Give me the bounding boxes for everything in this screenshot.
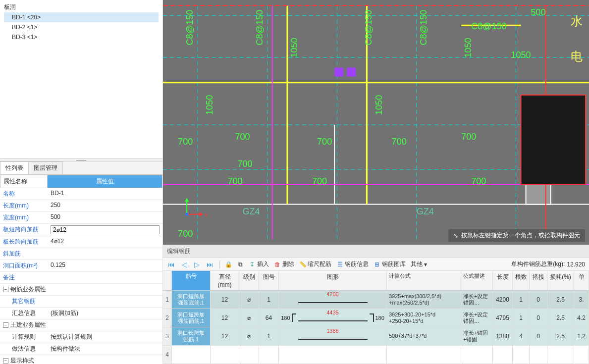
cell-loss[interactable]: 2.5 <box>547 327 574 345</box>
cell-lap[interactable]: 0 <box>530 309 547 327</box>
cell-num[interactable]: 2 <box>163 309 172 327</box>
table-row[interactable]: 1洞口短跨加 强筋底筋.112⌀142003925+max(300/2,5*d)… <box>163 291 589 309</box>
property-row[interactable]: 备注 <box>0 272 162 284</box>
prop-input[interactable] <box>51 225 160 234</box>
table-row[interactable]: 3洞口长跨加 强筋.112⌀11388500+37*d+37*d净长+锚固 +锚… <box>163 327 589 346</box>
tab-properties[interactable]: 性列表 <box>0 161 29 174</box>
cell-len[interactable]: 4200 <box>493 291 513 309</box>
cell-lap[interactable]: 0 <box>530 327 547 345</box>
cell-len[interactable]: 1388 <box>493 327 513 345</box>
nav-first-icon[interactable]: ⏮ <box>167 260 176 268</box>
prop-value[interactable] <box>48 224 162 236</box>
property-row[interactable]: 板长跨向加筋4⌀12 <box>0 236 162 248</box>
prop-value[interactable] <box>48 296 162 307</box>
cell-cnt[interactable]: 1 <box>513 291 530 309</box>
cell-formula[interactable]: 500+37*d+37*d <box>387 327 461 345</box>
property-group[interactable]: −土建业务属性 <box>0 319 162 331</box>
expand-icon[interactable]: − <box>3 322 8 328</box>
prop-header-value: 属性值 <box>48 175 162 188</box>
prop-value[interactable]: 4⌀12 <box>48 236 162 248</box>
property-row[interactable]: 其它钢筋 <box>0 296 162 308</box>
prop-value[interactable]: 250 <box>48 200 162 211</box>
svg-text:1050: 1050 <box>289 38 299 57</box>
drawing-canvas[interactable]: C8@150 C8@150 C8@150 C8@150 C8@150 1050 … <box>163 0 589 245</box>
cell-lap[interactable]: 0 <box>530 291 547 309</box>
prop-value[interactable] <box>48 272 162 283</box>
nav-prev-icon[interactable]: ◁ <box>181 260 188 268</box>
svg-text:C8@150: C8@150 <box>419 10 428 46</box>
property-row[interactable]: 名称BD-1 <box>0 188 162 200</box>
expand-icon[interactable]: − <box>3 358 8 364</box>
cell-cnt[interactable]: 1 <box>513 309 530 327</box>
insert-button[interactable]: ↧插入 <box>249 260 269 268</box>
cell-dia[interactable]: 12 <box>211 309 239 327</box>
cell-fig[interactable]: 1 <box>259 327 279 345</box>
cell-grade[interactable]: ⌀ <box>239 327 259 345</box>
prop-value[interactable]: 500 <box>48 212 162 223</box>
cell-len[interactable]: 4795 <box>493 309 513 327</box>
cell-fig[interactable]: 1 <box>259 291 279 309</box>
table-row-empty[interactable]: 4 <box>163 346 589 364</box>
cell-name[interactable]: 洞口短跨加 强筋底筋.1 <box>172 291 211 309</box>
prop-value[interactable]: 按构件做法 <box>48 343 162 355</box>
cell-fig[interactable]: 64 <box>259 309 279 327</box>
cell-dia[interactable]: 12 <box>211 327 239 345</box>
cell-num[interactable]: 1 <box>163 291 172 309</box>
cell-name[interactable]: 洞口长跨加 强筋.1 <box>172 327 211 345</box>
cell-unit[interactable]: 4.2 <box>574 309 589 327</box>
property-group[interactable]: −显示样式 <box>0 355 162 364</box>
property-row[interactable]: 长度(mm)250 <box>0 200 162 212</box>
property-group[interactable]: −钢筋业务属性 <box>0 284 162 296</box>
cell-unit[interactable]: 3. <box>574 291 589 309</box>
cell-grade[interactable]: ⌀ <box>239 291 259 309</box>
nav-next-icon[interactable]: ▷ <box>193 260 201 268</box>
expand-icon[interactable]: − <box>3 287 8 292</box>
prop-name: 其它钢筋 <box>0 296 48 307</box>
prop-name: 备注 <box>0 272 48 283</box>
prop-value[interactable]: BD-1 <box>48 188 162 200</box>
prop-value[interactable]: 0.125 <box>48 260 162 271</box>
horizontal-splitter[interactable] <box>0 158 162 161</box>
cell-shape[interactable]: 4200 <box>279 291 387 309</box>
tree-root[interactable]: 板洞 <box>4 2 159 12</box>
tree-item[interactable]: BD-3 <1> <box>4 32 159 42</box>
cell-desc[interactable]: 净长+设定 锚固… <box>461 291 493 309</box>
cell-shape[interactable]: 1388 <box>279 327 387 345</box>
tab-layers[interactable]: 图层管理 <box>28 161 63 174</box>
property-row[interactable]: 洞口面积(m²)0.125 <box>0 260 162 272</box>
cell-cnt[interactable]: 4 <box>513 327 530 345</box>
tree-item[interactable]: BD-2 <1> <box>4 22 159 32</box>
cell-formula[interactable]: 3925+max(300/2,5*d) +max(250/2,5*d) <box>387 291 461 309</box>
svg-rect-22 <box>347 68 356 77</box>
other-dropdown[interactable]: 其他 ▾ <box>411 260 427 268</box>
cell-name[interactable]: 洞口短跨加 强筋面筋.1 <box>172 309 211 327</box>
cell-loss[interactable]: 2.5 <box>547 291 574 309</box>
ruler-button[interactable]: 📏缩尺配筋 <box>299 260 331 268</box>
property-row[interactable]: 斜加筋 <box>0 248 162 260</box>
property-row[interactable]: 汇总信息(板洞加筋) <box>0 308 162 319</box>
nav-last-icon[interactable]: ⏭ <box>206 260 214 268</box>
cell-desc[interactable]: 净长+设定 锚固… <box>461 309 493 327</box>
cell-dia[interactable]: 12 <box>211 291 239 309</box>
tree-item[interactable]: BD-1 <20> <box>4 12 159 22</box>
cell-loss[interactable]: 2.5 <box>547 309 574 327</box>
property-row[interactable]: 宽度(mm)500 <box>0 212 162 224</box>
copy-button[interactable]: ⧉ <box>237 261 244 268</box>
prop-value[interactable] <box>48 248 162 260</box>
property-row[interactable]: 做法信息按构件做法 <box>0 343 162 355</box>
cell-num[interactable]: 3 <box>163 327 172 345</box>
cell-grade[interactable]: ⌀ <box>239 309 259 327</box>
cell-formula[interactable]: 3925+300-20+15*d +250-20+15*d <box>387 309 461 327</box>
cell-shape[interactable]: 1804435180 <box>279 309 387 327</box>
prop-value[interactable]: 按默认计算规则 <box>48 331 162 343</box>
cell-unit[interactable]: 1.2 <box>574 327 589 345</box>
lock-button[interactable]: 🔒 <box>225 261 232 268</box>
rebar-info-button[interactable]: ☰钢筋信息 <box>336 260 369 268</box>
table-row[interactable]: 2洞口短跨加 强筋面筋.112⌀6418044351803925+300-20+… <box>163 309 589 327</box>
cell-desc[interactable]: 净长+锚固 +锚固 <box>461 327 493 345</box>
property-row[interactable]: 计算规则按默认计算规则 <box>0 331 162 343</box>
property-row[interactable]: 板短跨向加筋 <box>0 224 162 236</box>
prop-value[interactable]: (板洞加筋) <box>48 308 162 319</box>
rebar-lib-button[interactable]: ⊞钢筋图库 <box>374 260 406 268</box>
delete-button[interactable]: 🗑删除 <box>274 260 294 268</box>
